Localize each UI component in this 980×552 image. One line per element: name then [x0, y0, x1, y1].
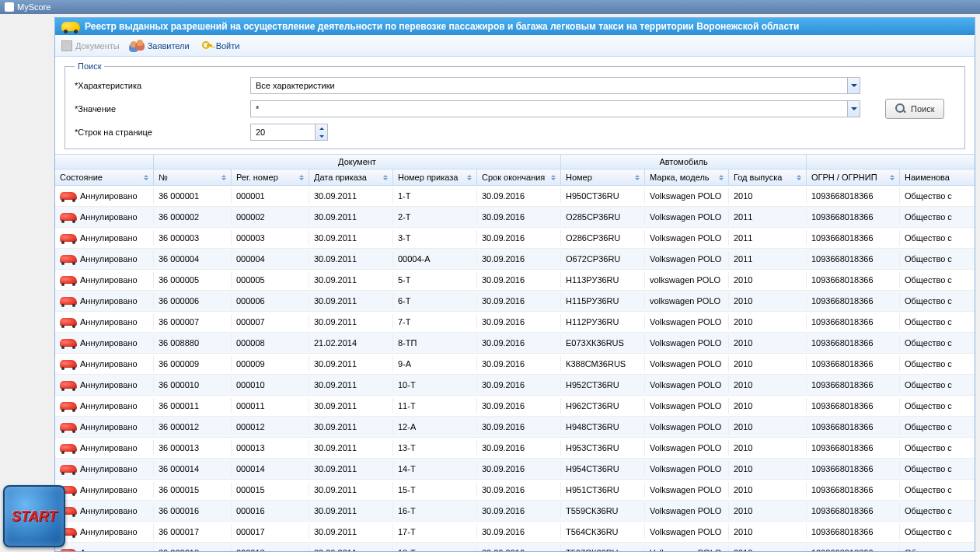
table-row[interactable]: Аннулировано36 00000400000430.09.2011000…	[55, 249, 975, 270]
table-row[interactable]: Аннулировано36 00000500000530.09.20115-T…	[55, 270, 975, 291]
cell-date: 30.09.2011	[309, 209, 393, 225]
cell-reg: 000016	[232, 503, 309, 519]
cell-date: 30.09.2011	[309, 503, 393, 519]
cell-status: Аннулировано	[55, 209, 154, 225]
toolbar-documents[interactable]: Документы	[61, 40, 120, 51]
toolbar-login[interactable]: Войти	[201, 40, 240, 52]
cell-status: Аннулировано	[55, 251, 154, 267]
cell-end: 30.09.2016	[477, 482, 561, 498]
dropdown-trigger-icon[interactable]	[847, 77, 860, 94]
col-reg[interactable]: Рег. номер	[232, 169, 309, 185]
table-row[interactable]: Аннулировано36 00001800001830.09.201118-…	[55, 543, 975, 552]
cell-end: 30.09.2016	[477, 188, 561, 204]
value-input[interactable]	[250, 100, 847, 117]
cell-year: 2010	[729, 440, 807, 456]
cell-name: Общество с	[900, 293, 974, 309]
characteristic-input[interactable]	[250, 77, 847, 94]
panel-header: Реестр выданных разрешений на осуществле…	[55, 18, 975, 35]
cell-model: volkswagen POLO	[645, 272, 729, 288]
table-row[interactable]: Аннулировано36 00001400001430.09.201114-…	[55, 459, 975, 480]
col-ogrn[interactable]: ОГРН / ОГРНИП	[807, 169, 900, 185]
car-red-icon	[60, 402, 77, 410]
cell-model: Volkswagen POLO	[645, 251, 729, 267]
car-red-icon	[60, 255, 77, 263]
cell-model: Volkswagen POLO	[645, 419, 729, 435]
table-row[interactable]: Аннулировано36 00001200001230.09.201112-…	[55, 417, 975, 438]
table-row[interactable]: Аннулировано36 00001100001130.09.201111-…	[55, 396, 975, 417]
cell-pno: 8-ТП	[393, 335, 477, 351]
table-row[interactable]: Аннулировано36 00001600001630.09.201116-…	[55, 501, 975, 522]
col-date[interactable]: Дата приказа	[309, 169, 393, 185]
cell-reg: 000001	[232, 188, 309, 204]
col-model[interactable]: Марка, модель	[645, 169, 729, 185]
table-row[interactable]: Аннулировано36 00000200000230.09.20112-T…	[55, 207, 975, 228]
cell-date: 30.09.2011	[309, 524, 393, 540]
spinner-up-icon[interactable]	[316, 124, 327, 132]
cell-status: Аннулировано	[55, 440, 154, 456]
table-row[interactable]: Аннулировано36 00001500001530.09.201115-…	[55, 480, 975, 501]
cell-status: Аннулировано	[55, 398, 154, 414]
table-row[interactable]: Аннулировано36 00000600000630.09.20116-T…	[55, 291, 975, 312]
cell-no: 36 000003	[154, 230, 232, 246]
cell-status: Аннулировано	[55, 377, 154, 393]
table-row[interactable]: Аннулировано36 00001000001030.09.201110-…	[55, 375, 975, 396]
table-row[interactable]: Аннулировано36 00000700000730.09.20117-T…	[55, 312, 975, 333]
characteristic-select[interactable]	[250, 77, 860, 94]
sort-icon	[383, 175, 388, 180]
col-year[interactable]: Год выпуска	[729, 169, 807, 185]
cell-reg: 000017	[232, 524, 309, 540]
search-button[interactable]: Поиск	[885, 99, 944, 119]
main-panel: Реестр выданных разрешений на осуществле…	[54, 17, 975, 552]
cell-model: Volkswagen POLO	[645, 209, 729, 225]
sort-icon	[299, 175, 304, 180]
cell-status: Аннулировано	[55, 356, 154, 372]
col-pno[interactable]: Номер приказа	[393, 169, 477, 185]
dropdown-trigger-icon[interactable]	[847, 100, 860, 117]
table-row[interactable]: Аннулировано36 00000900000930.09.20119-А…	[55, 354, 975, 375]
table-row[interactable]: Аннулировано36 00001700001730.09.201117-…	[55, 522, 975, 543]
cell-no: 36 000010	[154, 377, 232, 393]
spinner-down-icon[interactable]	[316, 132, 327, 140]
cell-status: Аннулировано	[55, 461, 154, 477]
cell-name: Общество с	[900, 230, 974, 246]
col-name[interactable]: Наименова	[900, 169, 974, 185]
cell-name: Общество с	[900, 335, 974, 351]
grid-group-row: Документ Автомобиль	[55, 155, 975, 169]
rows-input[interactable]	[250, 124, 315, 141]
cell-num: Н113РУ36RU	[561, 272, 645, 288]
table-row[interactable]: Аннулировано36 00888000000821.02.20148-Т…	[55, 333, 975, 354]
toolbar-applicants[interactable]: Заявители	[131, 40, 190, 52]
cell-pno: 9-А	[393, 356, 477, 372]
table-row[interactable]: Аннулировано36 00001300001330.09.201113-…	[55, 438, 975, 459]
cell-model: Volkswagen POLO	[645, 524, 729, 540]
col-number[interactable]: №	[154, 169, 232, 185]
cell-year: 2010	[729, 524, 807, 540]
spinner-trigger[interactable]	[315, 124, 328, 141]
cell-status: Аннулировано	[55, 524, 154, 540]
cell-date: 30.09.2011	[309, 482, 393, 498]
cell-pno: 11-T	[393, 398, 477, 414]
col-num[interactable]: Номер	[561, 169, 645, 185]
characteristic-label: *Характеристика	[75, 81, 244, 90]
car-red-icon	[60, 423, 77, 431]
col-end[interactable]: Срок окончания	[477, 169, 561, 185]
cell-end: 30.09.2016	[477, 356, 561, 372]
cell-no: 36 000004	[154, 251, 232, 267]
table-row[interactable]: Аннулировано36 00000300000330.09.20113-T…	[55, 228, 975, 249]
rows-label: *Строк на странице	[75, 128, 244, 137]
cell-model: Volkswagen POLO	[645, 335, 729, 351]
value-select[interactable]	[250, 100, 860, 117]
col-status[interactable]: Состояние	[55, 169, 154, 185]
rows-row: *Строк на странице	[75, 124, 955, 141]
toolbar-login-label: Войти	[216, 41, 240, 51]
cell-name: Общество с	[900, 461, 974, 477]
table-row[interactable]: Аннулировано36 00000100000130.09.20111-T…	[55, 186, 975, 207]
car-red-icon	[60, 465, 77, 473]
rows-spinner[interactable]	[250, 124, 328, 141]
characteristic-row: *Характеристика	[75, 77, 955, 94]
search-legend: Поиск	[75, 61, 104, 71]
cell-year: 2010	[729, 398, 807, 414]
cell-date: 30.09.2011	[309, 251, 393, 267]
cell-year: 2011	[729, 230, 807, 246]
start-button[interactable]: START	[3, 485, 65, 547]
